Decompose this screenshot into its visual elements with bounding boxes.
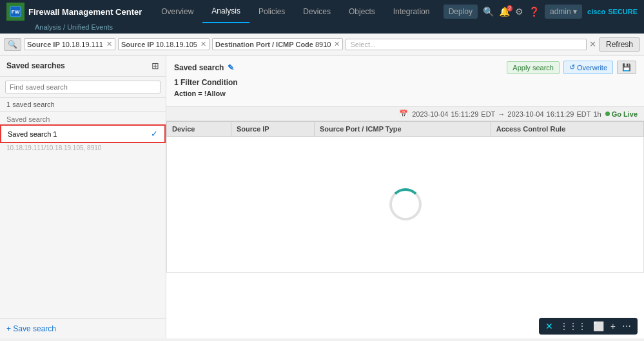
- check-icon: ✓: [151, 129, 158, 139]
- time-range: 2023-10-04 15:11:29 EDT → 2023-10-04 16:…: [412, 110, 601, 118]
- toolbar-grid-btn[interactable]: ⋮⋮⋮: [560, 321, 587, 331]
- col-source-ip: Source IP: [231, 122, 314, 137]
- action-label: Action = !Allow: [174, 90, 636, 97]
- deploy-button[interactable]: Deploy: [444, 5, 478, 19]
- nav-policies[interactable]: Policies: [249, 0, 294, 23]
- col-access-rule: Access Control Rule: [491, 122, 643, 137]
- toolbar-more-btn[interactable]: ⋯: [622, 321, 631, 331]
- app-logo: FW Firewall Management Center: [6, 3, 142, 21]
- arrow: →: [498, 110, 505, 118]
- col-device: Device: [167, 122, 231, 137]
- filter-tag-value-1: 10.18.19.111: [62, 41, 103, 48]
- saved-search-details: Saved search ✎ Apply search ↺ Overwrite …: [166, 55, 644, 107]
- help-icon[interactable]: ❓: [529, 6, 540, 17]
- panel-toggle-icon[interactable]: ⊞: [151, 61, 159, 71]
- filter-tag-close-1[interactable]: ✕: [106, 40, 112, 48]
- toolbar-add-btn[interactable]: +: [610, 321, 616, 331]
- add-save-search-button[interactable]: + Save search: [0, 318, 166, 338]
- table-header-row: Device Source IP Source Port / ICMP Type…: [167, 122, 644, 137]
- events-table: Device Source IP Source Port / ICMP Type…: [166, 121, 644, 273]
- saved-count: 1 saved search: [0, 98, 166, 112]
- nav-integration[interactable]: Integration: [384, 0, 439, 23]
- nav-devices[interactable]: Devices: [294, 0, 340, 23]
- saved-item-name: Saved search 1: [8, 130, 57, 138]
- filter-tag-close-2[interactable]: ✕: [200, 40, 206, 48]
- filter-condition-count: 1 Filter Condition: [174, 78, 636, 87]
- time-end-date: 2023-10-04: [507, 110, 543, 118]
- filter-select[interactable]: Select...: [346, 39, 587, 50]
- go-live-label: Go Live: [612, 110, 638, 118]
- saved-search-actions: Apply search ↺ Overwrite 💾: [507, 61, 636, 74]
- app-title: Firewall Management Center: [28, 7, 142, 17]
- filter-tag-source-ip-2: Source IP 10.18.19.105 ✕: [118, 38, 210, 50]
- logo-box: FW: [6, 3, 24, 21]
- overwrite-button[interactable]: ↺ Overwrite: [563, 61, 613, 74]
- col-source-port: Source Port / ICMP Type: [314, 122, 491, 137]
- loading-cell: [167, 137, 644, 273]
- nav-objects[interactable]: Objects: [340, 0, 384, 23]
- cisco-logo-text: cisco: [587, 8, 605, 15]
- action-value: = !Allow: [198, 90, 225, 97]
- loading-area: [172, 140, 638, 269]
- time-end-clock: 16:11:29: [547, 110, 574, 118]
- time-tz-end: EDT: [576, 110, 590, 118]
- svg-text:FW: FW: [12, 9, 20, 15]
- nav-overview[interactable]: Overview: [152, 0, 202, 23]
- search-box: [0, 77, 166, 98]
- toolbar-window-btn[interactable]: ⬜: [593, 321, 604, 331]
- nav-links: Overview Analysis Policies Devices Objec…: [152, 0, 443, 23]
- saved-section-label: Saved search: [0, 112, 166, 124]
- saved-item-list: Saved search 1 ✓ 10.18.19.111/10.18.19.1…: [0, 124, 166, 318]
- filter-select-placeholder: Select...: [350, 41, 376, 48]
- saved-search-header: Saved search ✎ Apply search ↺ Overwrite …: [174, 61, 636, 74]
- admin-menu[interactable]: admin ▾: [545, 5, 582, 19]
- search-icon[interactable]: 🔍: [483, 6, 494, 17]
- table-header-bar: 📅 2023-10-04 15:11:29 EDT → 2023-10-04 1…: [166, 107, 644, 121]
- filter-tag-value-2: 10.18.19.105: [156, 41, 197, 48]
- time-start-clock: 15:11:29: [451, 110, 478, 118]
- edit-icon[interactable]: ✎: [228, 63, 234, 72]
- filter-tag-label-2: Source IP: [121, 41, 154, 48]
- breadcrumb-parent[interactable]: Analysis: [35, 23, 61, 31]
- filter-select-close[interactable]: ✕: [589, 39, 596, 49]
- settings-icon[interactable]: ⚙: [515, 6, 523, 17]
- right-panel: Saved search ✎ Apply search ↺ Overwrite …: [166, 55, 644, 338]
- filter-tag-dest-port: Destination Port / ICMP Code 8910 ✕: [212, 38, 343, 50]
- saved-searches-title: Saved searches: [6, 61, 65, 70]
- overwrite-icon: ↺: [569, 63, 575, 72]
- filter-bar: 🔍 Source IP 10.18.19.111 ✕ Source IP 10.…: [0, 34, 644, 55]
- list-item[interactable]: Saved search 1 ✓: [0, 124, 166, 143]
- filter-tag-value-3: 8910: [315, 41, 331, 48]
- go-live-button[interactable]: Go Live: [605, 110, 638, 118]
- breadcrumb-current[interactable]: Unified Events: [67, 23, 113, 31]
- save-icon-button[interactable]: 💾: [617, 61, 636, 74]
- loading-spinner: [389, 188, 422, 220]
- filter-tag-close-3[interactable]: ✕: [334, 40, 340, 48]
- saved-search-title-area: Saved search ✎: [174, 63, 234, 72]
- filter-tag-source-ip-1: Source IP 10.18.19.111 ✕: [24, 38, 115, 50]
- top-nav: FW Firewall Management Center Overview A…: [0, 0, 644, 23]
- duration: 1h: [593, 110, 601, 118]
- main-content: Saved searches ⊞ 1 saved search Saved se…: [0, 55, 644, 338]
- nav-analysis[interactable]: Analysis: [202, 0, 249, 23]
- overwrite-label: Overwrite: [577, 64, 607, 72]
- breadcrumb-separator: /: [61, 23, 67, 31]
- left-panel-header: Saved searches ⊞: [0, 55, 166, 77]
- cisco-secure-logo: cisco SECURE: [587, 8, 638, 15]
- toolbar-close-btn[interactable]: ✕: [545, 321, 553, 331]
- calendar-icon: 📅: [399, 110, 408, 118]
- filter-tag-label-1: Source IP: [27, 41, 60, 48]
- notifications-icon[interactable]: 🔔2: [499, 6, 510, 17]
- saved-searches-panel: Saved searches ⊞ 1 saved search Saved se…: [0, 55, 166, 338]
- table-row: [167, 137, 644, 273]
- nav-right: Deploy 🔍 🔔2 ⚙ ❓ admin ▾ cisco SECURE: [444, 5, 638, 19]
- filter-tag-label-3: Destination Port / ICMP Code: [215, 41, 313, 48]
- refresh-button[interactable]: Refresh: [599, 37, 640, 52]
- filter-search-icon[interactable]: 🔍: [4, 38, 21, 51]
- find-saved-search-input[interactable]: [5, 81, 161, 93]
- time-tz-start: EDT: [481, 110, 495, 118]
- time-start-date: 2023-10-04: [412, 110, 448, 118]
- secure-text: SECURE: [608, 8, 638, 15]
- saved-search-title-text: Saved search: [174, 63, 224, 72]
- apply-search-button[interactable]: Apply search: [507, 61, 560, 74]
